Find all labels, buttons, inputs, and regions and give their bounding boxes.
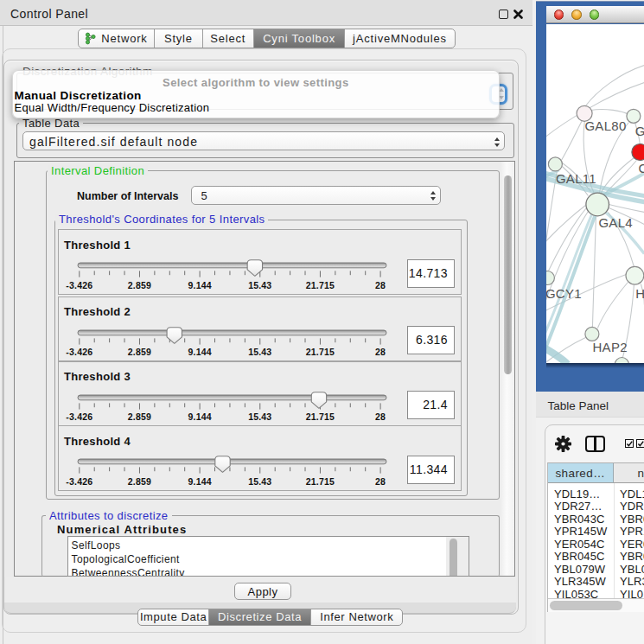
svg-text:GA: GA <box>634 124 644 138</box>
svg-text:GCY1: GCY1 <box>546 285 582 300</box>
svg-text:C: C <box>638 161 644 175</box>
svg-text:HI: HI <box>635 285 644 300</box>
svg-text:HAP2: HAP2 <box>592 340 627 354</box>
svg-text:GAL11: GAL11 <box>555 171 596 186</box>
svg-text:GAL80: GAL80 <box>584 118 626 133</box>
svg-text:GAL4: GAL4 <box>598 215 633 230</box>
